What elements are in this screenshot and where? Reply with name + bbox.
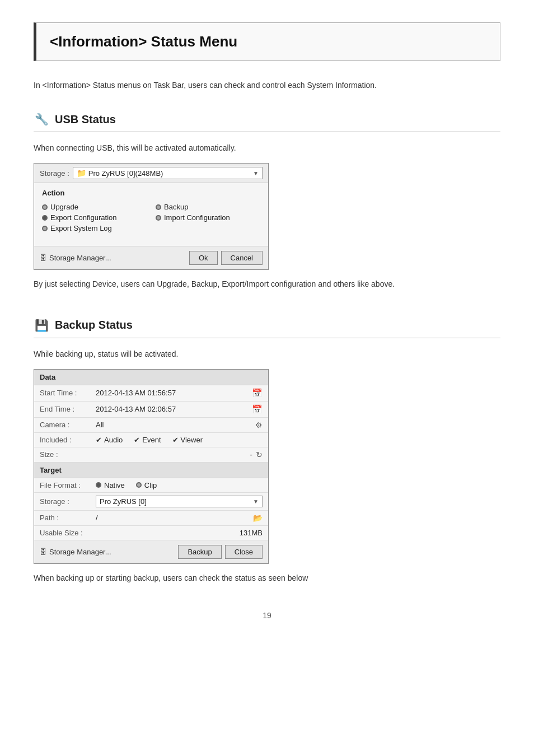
radio-export-log-dot — [42, 226, 48, 231]
usable-size-label: Usable Size : — [40, 529, 96, 537]
backup-after-text: When backing up or starting backup, user… — [34, 572, 500, 584]
backup-section-header: 💾 Backup Status — [34, 318, 500, 338]
backup-checkboxes: ✔ Audio ✔ Event ✔ Viewer — [96, 436, 263, 444]
usb-option-export-log[interactable]: Export System Log — [42, 224, 147, 232]
usb-option-export-config[interactable]: Export Configuration — [42, 213, 147, 222]
backup-button[interactable]: Backup — [178, 545, 221, 559]
usb-footer-buttons: Ok Cancel — [189, 251, 263, 265]
usb-storage-manager-label: Storage Manager... — [49, 254, 111, 262]
event-check-mark: ✔ — [134, 436, 140, 444]
usable-size-value: 131MB — [240, 529, 263, 537]
storage-folder-icon: 📁 — [77, 169, 86, 178]
backup-status-section: 💾 Backup Status While backing up, status… — [34, 318, 500, 584]
close-button[interactable]: Close — [225, 545, 263, 559]
native-radio-dot — [96, 482, 101, 488]
radio-backup-dot — [156, 204, 161, 210]
camera-label: Camera : — [40, 421, 96, 429]
import-config-label: Import Configuration — [164, 213, 230, 222]
intro-text: In <Information> Status menus on Task Ba… — [34, 79, 500, 91]
usb-option-import-config[interactable]: Import Configuration — [156, 213, 260, 222]
usb-storage-label: Storage : — [40, 169, 69, 178]
radio-import-config-dot — [156, 215, 161, 221]
backup-storage-label: Storage : — [40, 497, 96, 506]
end-time-calendar-icon[interactable]: 📅 — [252, 404, 263, 414]
backup-storage-manager-label: Storage Manager... — [49, 548, 111, 556]
audio-label: Audio — [104, 436, 123, 444]
storage-manager-icon: 🗄 — [40, 254, 47, 262]
usb-dialog-body: Action Upgrade Backup Export Configurati… — [34, 183, 268, 246]
usb-storage-value: Pro ZyRUS [0](248MB) — [88, 169, 251, 178]
backup-storage-select[interactable]: Pro ZyRUS [0] ▼ — [96, 496, 263, 507]
action-options: Upgrade Backup Export Configuration Impo… — [42, 203, 260, 232]
backup-end-time-row: End Time : 2012-04-13 AM 02:06:57 📅 — [34, 402, 268, 418]
clip-radio-dot — [136, 482, 142, 488]
backup-storage-row: Storage : Pro ZyRUS [0] ▼ — [34, 493, 268, 511]
usb-storage-manager-button[interactable]: 🗄 Storage Manager... — [40, 254, 111, 262]
start-time-value: 2012-04-13 AM 01:56:57 — [96, 389, 252, 397]
event-checkbox[interactable]: ✔ Event — [134, 436, 161, 444]
usb-status-section: 🔧 USB Status When connecting USB, this w… — [34, 111, 500, 290]
page-number: 19 — [34, 611, 500, 620]
native-option[interactable]: Native — [96, 481, 125, 489]
usb-cancel-button[interactable]: Cancel — [221, 251, 263, 265]
radio-upgrade-dot — [42, 204, 48, 210]
included-label: Included : — [40, 436, 96, 444]
camera-value: All — [96, 421, 255, 429]
usb-footer-left: 🗄 Storage Manager... — [40, 254, 186, 262]
usb-section-title: USB Status — [55, 113, 116, 126]
usb-section-header: 🔧 USB Status — [34, 111, 500, 132]
size-controls: - ↻ — [250, 450, 263, 459]
file-format-row: File Format : Native Clip — [34, 478, 268, 493]
backup-storage-manager-button[interactable]: 🗄 Storage Manager... — [40, 548, 111, 556]
start-time-calendar-icon[interactable]: 📅 — [252, 388, 263, 398]
usb-ok-button[interactable]: Ok — [189, 251, 218, 265]
usb-dialog-footer: 🗄 Storage Manager... Ok Cancel — [34, 246, 268, 269]
usb-option-backup[interactable]: Backup — [156, 203, 260, 211]
export-config-label: Export Configuration — [50, 213, 117, 222]
usb-storage-row: Storage : 📁 Pro ZyRUS [0](248MB) ▼ — [34, 164, 268, 183]
backup-storage-arrow-icon: ▼ — [253, 498, 259, 505]
usb-description: When connecting USB, this will be activa… — [34, 142, 500, 154]
usb-dialog: Storage : 📁 Pro ZyRUS [0](248MB) ▼ Actio… — [34, 163, 269, 270]
usb-option-upgrade[interactable]: Upgrade — [42, 203, 147, 211]
action-label: Action — [42, 189, 260, 197]
usb-icon: 🔧 — [34, 111, 49, 127]
backup-size-row: Size : - ↻ — [34, 447, 268, 463]
backup-path-row: Path : / 📂 — [34, 511, 268, 526]
native-label: Native — [104, 481, 125, 489]
backup-storage-value: Pro ZyRUS [0] — [100, 497, 253, 506]
backup-data-title: Data — [34, 370, 268, 385]
path-label: Path : — [40, 514, 96, 522]
audio-checkbox[interactable]: ✔ Audio — [96, 436, 123, 444]
usb-storage-select[interactable]: 📁 Pro ZyRUS [0](248MB) ▼ — [73, 167, 263, 179]
size-label: Size : — [40, 450, 96, 459]
backup-camera-row: Camera : All ⚙ — [34, 418, 268, 433]
backup-usable-row: Usable Size : 131MB — [34, 526, 268, 540]
backup-dialog-footer: 🗄 Storage Manager... Backup Close — [34, 540, 268, 563]
upgrade-label: Upgrade — [50, 203, 78, 211]
end-time-value: 2012-04-13 AM 02:06:57 — [96, 405, 252, 413]
backup-included-row: Included : ✔ Audio ✔ Event ✔ Viewer — [34, 433, 268, 447]
size-refresh-icon[interactable]: ↻ — [256, 450, 263, 459]
event-label: Event — [142, 436, 161, 444]
page-title: <Information> Status Menu — [50, 33, 486, 50]
camera-settings-icon[interactable]: ⚙ — [255, 421, 263, 430]
backup-section-title: Backup Status — [55, 319, 133, 332]
storage-dropdown-arrow-icon: ▼ — [253, 170, 259, 176]
size-minus-icon: - — [250, 450, 252, 459]
backup-description: While backing up, status will be activat… — [34, 348, 500, 360]
audio-check-mark: ✔ — [96, 436, 102, 444]
page-header: <Information> Status Menu — [34, 22, 500, 61]
viewer-check-mark: ✔ — [172, 436, 179, 444]
path-value: / — [96, 514, 253, 522]
file-format-label: File Format : — [40, 481, 96, 489]
viewer-checkbox[interactable]: ✔ Viewer — [172, 436, 203, 444]
backup-start-time-row: Start Time : 2012-04-13 AM 01:56:57 📅 — [34, 385, 268, 402]
clip-option[interactable]: Clip — [136, 481, 157, 489]
export-log-label: Export System Log — [50, 224, 112, 232]
end-time-label: End Time : — [40, 405, 96, 413]
backup-footer-buttons: Backup Close — [178, 545, 263, 559]
backup-option-label: Backup — [164, 203, 188, 211]
backup-target-title: Target — [34, 463, 268, 478]
path-folder-icon[interactable]: 📂 — [253, 514, 263, 522]
